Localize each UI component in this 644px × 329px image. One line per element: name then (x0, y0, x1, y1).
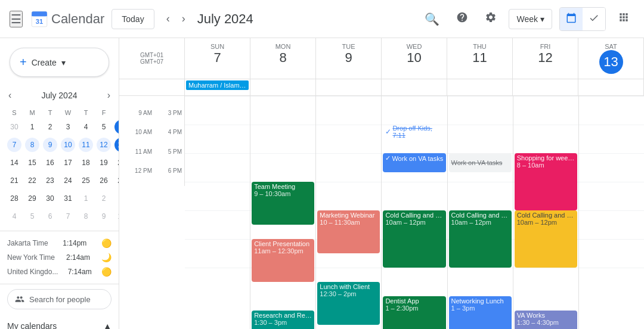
col-tue[interactable]: Marketing Webinar 10 – 11:30am Lunch wit… (316, 96, 382, 329)
mini-cal-day[interactable]: 31 (60, 190, 76, 207)
event-lunch-client[interactable]: Lunch with Client 12:30 – 2pm (317, 282, 380, 325)
mini-cal-day[interactable]: 19 (95, 154, 112, 171)
mini-cal-day[interactable]: 5 (95, 119, 112, 135)
mini-cal-day[interactable]: 22 (24, 172, 41, 189)
allday-mon[interactable] (250, 79, 316, 95)
day-header-thu[interactable]: THU 11 (447, 38, 513, 79)
apps-button[interactable] (613, 7, 634, 31)
mini-cal-day[interactable]: 3 (60, 119, 76, 135)
mini-cal-day[interactable]: 4 (6, 208, 23, 225)
my-calendars-header[interactable]: My calendars ▲ (7, 319, 112, 329)
create-label: Create (32, 58, 57, 67)
mini-cal-day[interactable]: 7 (60, 208, 76, 225)
event-dropoff-kids[interactable]: ✓ Drop off Kids, 7:11 (383, 125, 445, 139)
mini-cal-day[interactable]: 17 (60, 154, 76, 171)
day-header-fri[interactable]: FRI 12 (513, 38, 578, 79)
allday-tue[interactable] (316, 79, 382, 95)
settings-button[interactable] (480, 7, 501, 31)
mini-cal-day[interactable]: 20 (113, 154, 119, 171)
mini-cal-day[interactable]: 2 (95, 190, 112, 207)
people-search-placeholder: Search for people (29, 295, 91, 304)
mini-cal-day[interactable]: 2 (42, 119, 58, 135)
mini-cal-prev[interactable]: ‹ (5, 89, 15, 102)
mini-cal-header: ‹ July 2024 › (5, 86, 114, 107)
check-view-button[interactable] (583, 8, 605, 30)
mini-cal-next[interactable]: › (104, 89, 114, 102)
mini-cal-day[interactable]: 27 (113, 172, 119, 189)
mini-cal-day[interactable]: 3 (113, 190, 119, 207)
mini-cal-day[interactable]: 6 (113, 119, 119, 135)
event-marketing-webinar[interactable]: Marketing Webinar 10 – 11:30am (317, 210, 380, 253)
day-header-sun[interactable]: SUN 7 (185, 38, 250, 79)
event-networking-lunch[interactable]: Networking Lunch 1 – 3pm (449, 296, 512, 329)
mini-cal-day[interactable]: 12 (95, 136, 112, 153)
mini-cal-day[interactable]: 26 (95, 172, 112, 189)
col-mon[interactable]: Team Meeting 9 – 10:30am Client Presenta… (250, 96, 316, 329)
col-sat[interactable] (579, 96, 644, 329)
col-fri[interactable]: Shopping for weekly Need 8 – 10am Cold C… (513, 96, 579, 329)
allday-event-muharram[interactable]: Muharram / Islamic I (186, 80, 249, 90)
mini-cal-day[interactable]: 23 (42, 172, 58, 189)
event-client-presentation[interactable]: Client Presentation 11am – 12:30pm (252, 239, 314, 282)
event-dentist[interactable]: Dentist App 1 – 2:30pm (383, 296, 445, 329)
mini-cal-day[interactable]: 29 (24, 190, 41, 207)
mini-cal-day[interactable]: 21 (6, 172, 23, 189)
mini-cal-day[interactable]: 9 (42, 136, 58, 153)
event-work-va-wed[interactable]: ✓ Work on VA tasks (383, 153, 445, 172)
event-team-meeting[interactable]: Team Meeting 9 – 10:30am (252, 182, 314, 225)
mini-cal-day[interactable]: 5 (24, 208, 41, 225)
menu-button[interactable]: ☰ (10, 11, 23, 27)
event-research-report[interactable]: Research and Report Writing 1:30 – 3pm (252, 311, 314, 329)
mini-cal-day[interactable]: 13 (113, 136, 119, 153)
allday-thu[interactable] (447, 79, 513, 95)
view-selector[interactable]: Week ▾ (509, 9, 552, 29)
mini-cal-day[interactable]: 16 (42, 154, 58, 171)
mini-cal-day[interactable]: 15 (24, 154, 41, 171)
event-shopping[interactable]: Shopping for weekly Need 8 – 10am (515, 153, 577, 210)
col-thu[interactable]: Work on VA tasks Cold Calling and Messag… (448, 96, 513, 329)
people-search-input[interactable]: Search for people (7, 289, 112, 309)
mini-cal-day[interactable]: 8 (78, 208, 94, 225)
mini-cal-day[interactable]: 1 (78, 190, 94, 207)
mini-cal-day[interactable]: 28 (6, 190, 23, 207)
mini-cal-day[interactable]: 25 (78, 172, 94, 189)
mini-cal-day[interactable]: 4 (78, 119, 94, 135)
day-header-mon[interactable]: MON 8 (250, 38, 316, 79)
mini-cal-day[interactable]: 1 (24, 119, 41, 135)
mini-cal-day[interactable]: 10 (60, 136, 76, 153)
google-calendar-logo: 31 (30, 10, 49, 29)
event-cold-calling-wed[interactable]: Cold Calling and Messaging Clients 10am … (383, 210, 445, 268)
event-cold-calling-thu[interactable]: Cold Calling and Messaging Clients 10am … (449, 210, 512, 268)
mini-cal-day[interactable]: 7 (6, 136, 23, 153)
event-va-works[interactable]: VA Works 1:30 – 4:30pm (515, 311, 577, 329)
create-button[interactable]: + Create ▾ (10, 48, 109, 77)
prev-button[interactable]: ‹ (162, 10, 175, 27)
mini-cal-day[interactable]: 9 (95, 208, 112, 225)
mini-cal-day[interactable]: 24 (60, 172, 76, 189)
col-wed[interactable]: ✓ Drop off Kids, 7:11 ✓ Work on VA tasks… (382, 96, 447, 329)
day-header-sat[interactable]: SAT 13 (578, 38, 644, 79)
allday-wed[interactable] (382, 79, 447, 95)
time-grid[interactable]: 2 AM 3 AM 4 AM 5 AM 6 AM 7 AM 8 AM 9 AM … (119, 96, 644, 329)
calendar-view-button[interactable] (560, 8, 583, 30)
today-button[interactable]: Today (112, 9, 154, 29)
mini-cal-day[interactable]: 14 (6, 154, 23, 171)
mini-cal-day[interactable]: 10 (113, 208, 119, 225)
allday-sun[interactable]: Muharram / Islamic I (185, 79, 250, 95)
mini-cal-day[interactable]: 8 (24, 136, 41, 153)
event-cold-calling-fri[interactable]: Cold Calling and Messaging Clients 10am … (515, 210, 577, 268)
help-button[interactable] (451, 7, 473, 31)
next-button[interactable]: › (177, 10, 190, 27)
search-button[interactable]: 🔍 (420, 7, 444, 31)
mini-cal-day[interactable]: 11 (78, 136, 94, 153)
mini-cal-day[interactable]: 6 (42, 208, 58, 225)
mini-cal-day[interactable]: 18 (78, 154, 94, 171)
event-work-va-thu[interactable]: Work on VA tasks (449, 153, 512, 172)
mini-cal-day[interactable]: 30 (6, 119, 23, 135)
day-header-wed[interactable]: WED 10 (382, 38, 447, 79)
day-header-tue[interactable]: TUE 9 (316, 38, 382, 79)
mini-cal-day[interactable]: 30 (42, 190, 58, 207)
col-sun[interactable] (185, 96, 250, 329)
allday-sat[interactable] (578, 79, 644, 95)
allday-fri[interactable] (513, 79, 578, 95)
